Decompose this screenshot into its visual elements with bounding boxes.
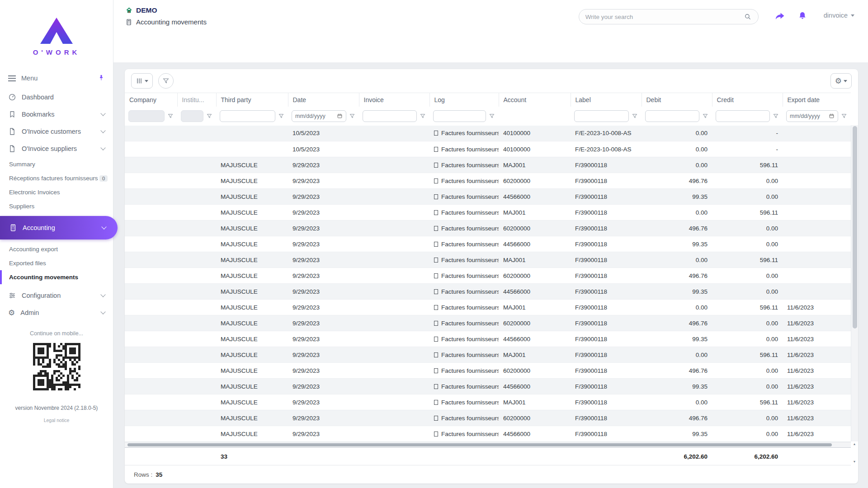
table-row[interactable]: MAJUSCULE 9/29/2023 Factures fournisseur… [125, 189, 851, 205]
sidebar-subitem-accounting-movements[interactable]: Accounting movements [0, 270, 113, 284]
table-row[interactable]: MAJUSCULE 9/29/2023 Factures fournisseur… [125, 268, 851, 284]
table-row[interactable]: MAJUSCULE 9/29/2023 Factures fournisseur… [125, 331, 851, 347]
cell-credit: 0.00 [712, 331, 783, 347]
table-row[interactable]: MAJUSCULE 9/29/2023 Factures fournisseur… [125, 410, 851, 426]
chevron-down-icon [100, 111, 105, 116]
table-row[interactable]: MAJUSCULE 9/29/2023 Factures fournisseur… [125, 315, 851, 331]
funnel-icon[interactable] [632, 113, 638, 119]
cell-third-party: MAJUSCULE [216, 236, 288, 252]
funnel-icon[interactable] [841, 113, 847, 119]
calendar-icon[interactable] [829, 113, 835, 119]
sidebar-item-accounting[interactable]: Accounting [0, 216, 118, 239]
sidebar-item-admin[interactable]: ⚙ Admin [0, 304, 113, 321]
funnel-icon[interactable] [349, 113, 355, 119]
filter-third-party-input[interactable] [220, 110, 275, 122]
table-row[interactable]: MAJUSCULE 9/29/2023 Factures fournisseur… [125, 221, 851, 236]
table-row[interactable]: MAJUSCULE 9/29/2023 Factures fournisseur… [125, 284, 851, 300]
hscroll-thumb[interactable] [127, 443, 832, 446]
notifications-button[interactable] [797, 10, 807, 21]
horizontal-scrollbar[interactable] [125, 442, 851, 447]
funnel-icon[interactable] [489, 113, 495, 119]
filter-export-date-input[interactable]: mm/dd/yyyy [786, 110, 838, 122]
col-institution[interactable]: Institu... [177, 93, 216, 107]
global-search [579, 9, 759, 24]
vertical-scrollbar[interactable] [851, 125, 858, 441]
pin-sidebar-icon[interactable] [98, 74, 105, 83]
filter-date-input[interactable]: mm/dd/yyyy [292, 110, 346, 122]
table-row[interactable]: MAJUSCULE 9/29/2023 Factures fournisseur… [125, 252, 851, 268]
table-row[interactable]: MAJUSCULE 9/29/2023 Factures fournisseur… [125, 157, 851, 173]
vscroll-thumb[interactable] [853, 126, 857, 328]
legal-notice-link[interactable]: Legal notice [44, 418, 70, 423]
filter-credit-input[interactable] [716, 110, 770, 122]
col-label[interactable]: Label [571, 93, 642, 107]
cell-institution [177, 410, 216, 426]
grid-settings-button[interactable]: ⚙ [830, 73, 852, 89]
table-row[interactable]: MAJUSCULE 9/29/2023 Factures fournisseur… [125, 363, 851, 379]
scroll-up-icon[interactable]: ▲ [853, 442, 856, 446]
sidebar-item-dashboard[interactable]: Dashboard [0, 89, 113, 106]
table-row[interactable]: MAJUSCULE 9/29/2023 Factures fournisseur… [125, 426, 851, 442]
col-company[interactable]: Company [125, 93, 177, 107]
filter-label-input[interactable] [574, 110, 629, 122]
calculator-icon [125, 19, 132, 26]
sidebar-item-bookmarks[interactable]: Bookmarks [0, 106, 113, 123]
funnel-icon[interactable] [702, 113, 708, 119]
scroll-down-icon[interactable]: ▼ [853, 460, 856, 463]
sidebar-item-oinvoice-suppliers[interactable]: O'Invoice suppliers [0, 140, 113, 157]
sidebar-item-oinvoice-customers[interactable]: O'Invoice customers [0, 123, 113, 140]
search-icon[interactable] [744, 13, 752, 21]
table-row[interactable]: MAJUSCULE 9/29/2023 Factures fournisseur… [125, 300, 851, 315]
col-third-party[interactable]: Third party [216, 93, 288, 107]
col-export-date[interactable]: Export date [783, 93, 851, 107]
cell-third-party: MAJUSCULE [216, 379, 288, 394]
funnel-icon[interactable] [278, 113, 284, 119]
filter-toggle-button[interactable] [158, 73, 174, 89]
cell-account: 40100000 [499, 126, 571, 141]
cell-export-date [783, 221, 851, 236]
filter-debit-input[interactable] [645, 110, 699, 122]
col-debit[interactable]: Debit [642, 93, 712, 107]
table-row[interactable]: MAJUSCULE 9/29/2023 Factures fournisseur… [125, 236, 851, 252]
sidebar-subitem-accounting-export[interactable]: Accounting export [0, 242, 113, 256]
sidebar-subitem-exported-files[interactable]: Exported files [0, 256, 113, 270]
sidebar-subitem-summary[interactable]: Summary [0, 157, 113, 171]
cell-account: 60200000 [499, 173, 571, 189]
share-button[interactable] [774, 11, 786, 22]
sidebar-subitem-suppliers[interactable]: Suppliers [0, 199, 113, 213]
table-row[interactable]: MAJUSCULE 9/29/2023 Factures fournisseur… [125, 205, 851, 221]
funnel-icon[interactable] [420, 113, 426, 119]
col-account[interactable]: Account [499, 93, 571, 107]
funnel-icon[interactable] [206, 113, 212, 119]
cell-credit: 0.00 [712, 268, 783, 284]
col-log[interactable]: Log [429, 93, 499, 107]
table-row[interactable]: 10/5/2023 Factures fournisseurs 40100000… [125, 141, 851, 157]
table-row[interactable]: MAJUSCULE 9/29/2023 Factures fournisseur… [125, 173, 851, 189]
cell-company [125, 268, 177, 284]
hamburger-icon[interactable] [8, 75, 16, 81]
table-row[interactable]: 10/5/2023 Factures fournisseurs 40100000… [125, 126, 851, 141]
cell-log: Factures fournisseurs [429, 141, 499, 157]
filter-log-input[interactable] [433, 110, 486, 122]
calendar-icon[interactable] [337, 113, 343, 119]
sidebar-subitem-electronic-invoices[interactable]: Electronic Invoices [0, 185, 113, 199]
table-row[interactable]: MAJUSCULE 9/29/2023 Factures fournisseur… [125, 379, 851, 394]
totals-row: 33 6,202.60 6,202.60 [125, 447, 851, 465]
dashboard-icon [8, 93, 16, 101]
table-row[interactable]: MAJUSCULE 9/29/2023 Factures fournisseur… [125, 347, 851, 363]
user-menu[interactable]: dinvoice [824, 12, 854, 19]
column-chooser-button[interactable] [131, 73, 153, 89]
funnel-icon[interactable] [773, 113, 779, 119]
col-invoice[interactable]: Invoice [359, 93, 429, 107]
filter-invoice-input[interactable] [363, 110, 417, 122]
sidebar-item-configuration[interactable]: Configuration [0, 287, 113, 304]
col-credit[interactable]: Credit [712, 93, 783, 107]
funnel-icon[interactable] [167, 113, 174, 119]
search-input[interactable] [585, 14, 744, 20]
col-date[interactable]: Date [288, 93, 359, 107]
sidebar-subitem-receptions[interactable]: Réceptions factures fournisseurs 0 [0, 171, 113, 185]
scrollbar-arrows[interactable]: ▲▼ [851, 441, 858, 464]
bookmark-icon [8, 110, 16, 118]
cell-date: 9/29/2023 [288, 410, 359, 426]
table-row[interactable]: MAJUSCULE 9/29/2023 Factures fournisseur… [125, 394, 851, 410]
